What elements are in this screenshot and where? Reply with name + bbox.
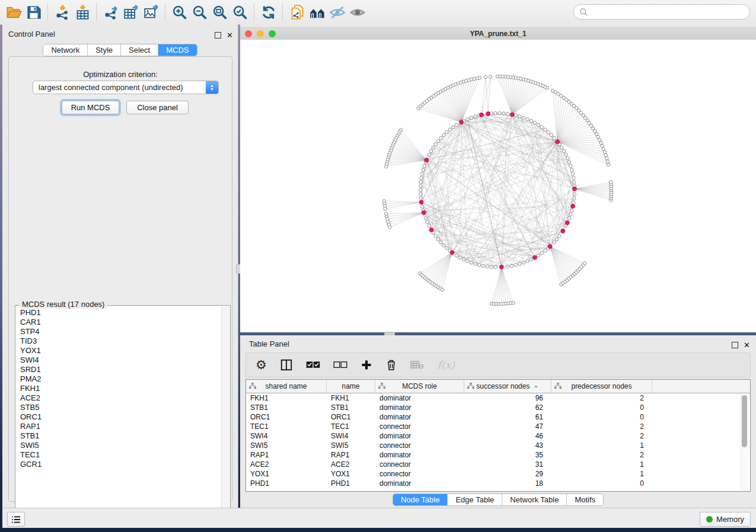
- graph-hub-node[interactable]: [460, 120, 464, 124]
- graph-hub-node[interactable]: [480, 113, 484, 117]
- table-cell[interactable]: 1: [551, 441, 652, 450]
- graph-node[interactable]: [544, 249, 547, 252]
- graph-node[interactable]: [544, 128, 547, 131]
- open-file-icon[interactable]: [4, 4, 24, 21]
- table-cell[interactable]: FKH1: [327, 393, 375, 403]
- tab-select[interactable]: Select: [121, 44, 158, 56]
- graph-node[interactable]: [601, 144, 604, 147]
- table-cell[interactable]: 2: [551, 393, 652, 403]
- export-network-icon[interactable]: [101, 4, 121, 21]
- graph-hub-node[interactable]: [422, 211, 426, 215]
- graph-node[interactable]: [384, 207, 387, 210]
- result-list-item[interactable]: CAR1: [15, 318, 221, 327]
- result-list-item[interactable]: STB1: [15, 431, 221, 441]
- table-cell[interactable]: ACE2: [327, 460, 375, 469]
- add-column-icon[interactable]: [361, 356, 372, 374]
- close-panel-icon[interactable]: ✕: [744, 342, 750, 348]
- graph-node[interactable]: [553, 241, 556, 243]
- graph-node[interactable]: [558, 235, 561, 238]
- graph-node[interactable]: [458, 256, 461, 259]
- graph-node[interactable]: [604, 153, 607, 156]
- table-cell[interactable]: 2: [551, 431, 652, 441]
- network-overview-icon[interactable]: [307, 4, 327, 21]
- column-header-predecessor-nodes[interactable]: predecessor nodes: [551, 380, 652, 393]
- graph-node[interactable]: [514, 264, 517, 267]
- result-list-item[interactable]: TID3: [15, 336, 221, 346]
- graph-node[interactable]: [481, 264, 484, 267]
- graph-node[interactable]: [506, 265, 509, 268]
- graph-node[interactable]: [474, 262, 477, 265]
- table-row[interactable]: SWI4SWI4dominator462: [246, 431, 750, 441]
- graph-node[interactable]: [419, 193, 422, 196]
- column-header-MCDS-role[interactable]: MCDS role: [375, 380, 464, 393]
- delete-icon[interactable]: [385, 356, 397, 374]
- graph-node[interactable]: [441, 288, 444, 291]
- graph-node[interactable]: [569, 164, 572, 167]
- table-cell[interactable]: TEC1: [327, 422, 375, 431]
- graph-node[interactable]: [442, 243, 445, 246]
- table-cell[interactable]: PHD1: [327, 479, 375, 488]
- graph-node[interactable]: [566, 157, 569, 160]
- result-list-item[interactable]: STP4: [15, 327, 221, 336]
- graph-node[interactable]: [529, 258, 532, 261]
- table-cell[interactable]: 2: [551, 450, 652, 460]
- table-cell[interactable]: dominator: [375, 431, 464, 441]
- graph-node[interactable]: [553, 136, 556, 139]
- table-cell[interactable]: 0: [551, 403, 652, 412]
- graph-hub-node[interactable]: [429, 228, 433, 232]
- graph-hub-node[interactable]: [450, 251, 454, 255]
- tab-mcds[interactable]: MCDS: [158, 44, 196, 56]
- graph-node[interactable]: [569, 213, 572, 216]
- table-row[interactable]: ORC1ORC1dominator610: [246, 412, 750, 422]
- graph-node[interactable]: [442, 133, 445, 136]
- graph-node[interactable]: [423, 164, 426, 167]
- graph-node[interactable]: [572, 201, 575, 204]
- table-cell[interactable]: TEC1: [246, 422, 327, 431]
- table-cell[interactable]: FKH1: [246, 393, 327, 403]
- graph-node[interactable]: [510, 264, 513, 267]
- table-row[interactable]: TEC1TEC1connector472: [246, 422, 750, 431]
- graph-node[interactable]: [502, 112, 505, 115]
- table-cell[interactable]: ORC1: [327, 412, 375, 422]
- graph-node[interactable]: [607, 163, 610, 166]
- graph-node[interactable]: [484, 75, 487, 78]
- graph-node[interactable]: [470, 116, 473, 119]
- graph-node[interactable]: [466, 259, 469, 262]
- column-header-shared-name[interactable]: shared name: [246, 380, 327, 393]
- graph-node[interactable]: [514, 114, 517, 117]
- graph-node[interactable]: [567, 161, 570, 164]
- mcds-result-list[interactable]: PHD1CAR1STP4TID3YOX1SWI4SRD1PMA2FKH1ACE2…: [15, 308, 221, 520]
- float-panel-icon[interactable]: [215, 32, 221, 39]
- graph-node[interactable]: [570, 168, 573, 171]
- graph-node[interactable]: [419, 197, 422, 200]
- table-cell[interactable]: connector: [375, 469, 464, 479]
- graph-node[interactable]: [537, 254, 540, 257]
- float-panel-icon[interactable]: [732, 342, 738, 348]
- graph-node[interactable]: [420, 205, 423, 208]
- table-cell[interactable]: 62: [464, 403, 551, 412]
- graph-node[interactable]: [603, 150, 606, 153]
- graph-node[interactable]: [529, 119, 532, 122]
- result-list-item[interactable]: SWI5: [15, 441, 221, 450]
- graph-node[interactable]: [533, 121, 536, 124]
- graph-node[interactable]: [599, 141, 602, 144]
- graph-node[interactable]: [470, 261, 473, 264]
- graph-hub-node[interactable]: [561, 229, 565, 233]
- graph-node[interactable]: [428, 224, 430, 227]
- table-cell[interactable]: YOX1: [327, 469, 375, 479]
- graph-node[interactable]: [526, 259, 529, 262]
- share-document-icon[interactable]: [287, 4, 307, 21]
- table-cell[interactable]: 31: [464, 460, 551, 469]
- import-table-icon[interactable]: [72, 4, 92, 21]
- graph-node[interactable]: [571, 172, 574, 175]
- graph-node[interactable]: [436, 139, 439, 142]
- table-cell[interactable]: dominator: [375, 393, 464, 403]
- result-list-item[interactable]: PMA2: [15, 374, 221, 384]
- graph-node[interactable]: [605, 156, 608, 159]
- graph-node[interactable]: [602, 148, 605, 150]
- table-row[interactable]: PHD1PHD1dominator180: [246, 479, 750, 488]
- graph-node[interactable]: [583, 262, 586, 265]
- table-cell[interactable]: dominator: [375, 403, 464, 412]
- graph-node[interactable]: [455, 254, 458, 257]
- graph-node[interactable]: [455, 123, 458, 126]
